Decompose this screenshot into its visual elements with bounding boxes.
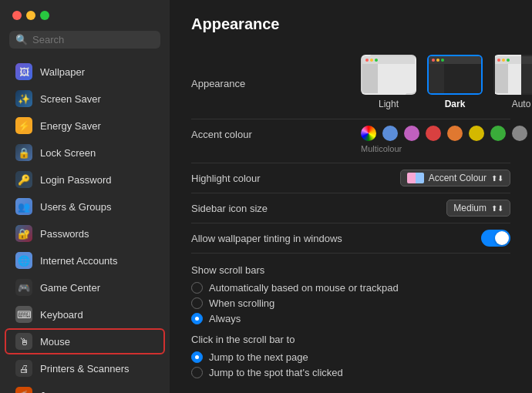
gamecenter-icon: 🎮 xyxy=(15,279,32,296)
chevron-icon: ⬆⬇ xyxy=(491,204,503,213)
accent-dot-red[interactable] xyxy=(426,126,441,141)
sidebar-item-label: Printers & Scanners xyxy=(40,363,130,375)
appearance-dark[interactable]: Dark xyxy=(427,55,483,109)
sidebar-item-printers-scanners[interactable]: 🖨 Printers & Scanners xyxy=(5,355,165,381)
light-label: Light xyxy=(379,99,399,109)
minimize-button[interactable] xyxy=(26,11,35,20)
sidebar-item-label: Login Password xyxy=(40,174,112,186)
sidebar-item-label: Internet Accounts xyxy=(40,255,117,267)
toggle-knob xyxy=(495,231,509,245)
accent-dot-orange[interactable] xyxy=(447,126,463,141)
accent-dot-blue[interactable] xyxy=(382,126,398,141)
radio-auto[interactable] xyxy=(191,282,203,294)
password-icon: 🔑 xyxy=(15,171,32,188)
search-input[interactable] xyxy=(32,34,154,45)
radio-spot[interactable] xyxy=(191,367,203,378)
scroll-option-scrolling[interactable]: When scrolling xyxy=(191,297,510,309)
accent-colour-row: Accent colour Multicolour xyxy=(191,119,510,163)
accent-dot-purple[interactable] xyxy=(404,126,419,141)
sidebar-item-java[interactable]: ☕ Java xyxy=(5,382,165,393)
sidebar-item-internet-accounts[interactable]: 🌐 Internet Accounts xyxy=(5,247,165,274)
accent-colour-label: Accent colour xyxy=(191,126,361,140)
sidebar: 🔍 🖼 Wallpaper ✨ Screen Saver ⚡ Energy Sa… xyxy=(0,0,170,393)
sidebar-item-wallpaper[interactable]: 🖼 Wallpaper xyxy=(5,59,165,85)
mouse-icon: 🖱 xyxy=(15,333,32,350)
appearance-auto[interactable]: Auto xyxy=(493,55,532,109)
highlight-colour-row: Highlight colour Accent Colour ⬆⬇ xyxy=(191,163,510,193)
sidebar-item-users-groups[interactable]: 👥 Users & Groups xyxy=(5,193,165,220)
scroll-bars-radio-group: Automatically based on mouse or trackpad… xyxy=(191,282,510,324)
sidebar-item-label: Lock Screen xyxy=(40,147,96,159)
accent-dot-graphite[interactable] xyxy=(512,126,527,141)
sidebar-item-energy-saver[interactable]: ⚡ Energy Saver xyxy=(5,113,165,139)
sidebar-item-game-center[interactable]: 🎮 Game Center xyxy=(5,274,165,301)
sidebar-item-label: Screen Saver xyxy=(40,93,101,105)
light-thumb[interactable] xyxy=(361,55,416,95)
click-scroll-radio-group: Jump to the next page Jump to the spot t… xyxy=(191,351,510,378)
dark-thumb[interactable] xyxy=(427,55,483,95)
sidebar-item-screen-saver[interactable]: ✨ Screen Saver xyxy=(5,86,165,112)
radio-next-page[interactable] xyxy=(191,351,203,363)
scroll-option-always-label: Always xyxy=(209,313,241,324)
radio-scrolling[interactable] xyxy=(191,297,203,309)
highlight-colour-dropdown[interactable]: Accent Colour ⬆⬇ xyxy=(400,170,510,186)
search-icon: 🔍 xyxy=(15,34,28,45)
wallpaper-tinting-control[interactable] xyxy=(361,230,510,247)
auto-thumb[interactable] xyxy=(493,55,532,95)
sidebar-icon-size-value: Medium xyxy=(453,203,487,213)
accent-colors-group: Multicolour xyxy=(361,126,527,153)
scroll-option-auto-label: Automatically based on mouse or trackpad xyxy=(209,282,399,294)
highlight-colour-control[interactable]: Accent Colour ⬆⬇ xyxy=(361,170,510,186)
thumb-main xyxy=(378,64,415,93)
wallpaper-tinting-label: Allow wallpaper tinting in windows xyxy=(191,233,361,244)
accent-dot-yellow[interactable] xyxy=(469,126,484,141)
search-bar[interactable]: 🔍 xyxy=(9,31,160,49)
wallpaper-tinting-row: Allow wallpaper tinting in windows xyxy=(191,223,510,254)
sidebar-item-label: Java xyxy=(40,390,61,394)
appearance-options: Light Dark xyxy=(361,55,532,109)
highlight-swatch xyxy=(407,173,424,183)
click-spot-label: Jump to the spot that's clicked xyxy=(209,367,343,378)
thumb-sidebar xyxy=(362,64,378,93)
sidebar-item-passwords[interactable]: 🔐 Passwords xyxy=(5,220,165,247)
accent-dot-green[interactable] xyxy=(490,126,506,141)
energy-icon: ⚡ xyxy=(15,117,32,134)
users-icon: 👥 xyxy=(15,198,32,215)
keyboard-icon: ⌨ xyxy=(15,306,32,323)
show-scroll-bars-title: Show scroll bars xyxy=(191,264,510,276)
page-title: Appearance xyxy=(191,15,510,33)
sidebar-item-mouse[interactable]: 🖱 Mouse xyxy=(5,328,165,354)
sidebar-icon-size-control[interactable]: Medium ⬆⬇ xyxy=(361,200,510,217)
wallpaper-tinting-toggle[interactable] xyxy=(481,230,510,247)
fullscreen-button[interactable] xyxy=(40,11,49,20)
sidebar-icon-size-row: Sidebar icon size Medium ⬆⬇ xyxy=(191,193,510,223)
java-icon: ☕ xyxy=(15,387,32,393)
appearance-light[interactable]: Light xyxy=(361,55,416,109)
sidebar-icon-size-dropdown[interactable]: Medium ⬆⬇ xyxy=(446,200,510,217)
sidebar-item-label: Game Center xyxy=(40,282,100,294)
highlight-colour-value: Accent Colour xyxy=(429,173,487,183)
accent-dot-multicolor[interactable] xyxy=(361,126,376,141)
thumb-bar xyxy=(362,56,415,64)
thumb-sidebar xyxy=(429,64,444,93)
dark-label: Dark xyxy=(445,99,466,109)
highlight-colour-label: Highlight colour xyxy=(191,173,361,184)
scroll-option-always[interactable]: Always xyxy=(191,313,510,324)
printers-icon: 🖨 xyxy=(15,360,32,377)
click-next-page-label: Jump to the next page xyxy=(209,351,308,363)
sidebar-item-login-password[interactable]: 🔑 Login Password xyxy=(5,166,165,193)
passwords-icon: 🔐 xyxy=(15,225,32,242)
scroll-option-auto[interactable]: Automatically based on mouse or trackpad xyxy=(191,282,510,294)
traffic-lights xyxy=(0,0,170,28)
screensaver-icon: ✨ xyxy=(15,90,32,107)
sidebar-item-label: Energy Saver xyxy=(40,120,101,132)
close-button[interactable] xyxy=(12,11,22,20)
click-spot[interactable]: Jump to the spot that's clicked xyxy=(191,367,510,378)
sidebar-item-keyboard[interactable]: ⌨ Keyboard xyxy=(5,301,165,328)
main-content: Appearance Appearance Light xyxy=(170,0,532,393)
click-next-page[interactable]: Jump to the next page xyxy=(191,351,510,363)
sidebar-item-label: Keyboard xyxy=(40,309,83,321)
radio-always[interactable] xyxy=(191,313,203,324)
sidebar-item-lock-screen[interactable]: 🔒 Lock Screen xyxy=(5,139,165,166)
sidebar-item-label: Passwords xyxy=(40,228,89,240)
